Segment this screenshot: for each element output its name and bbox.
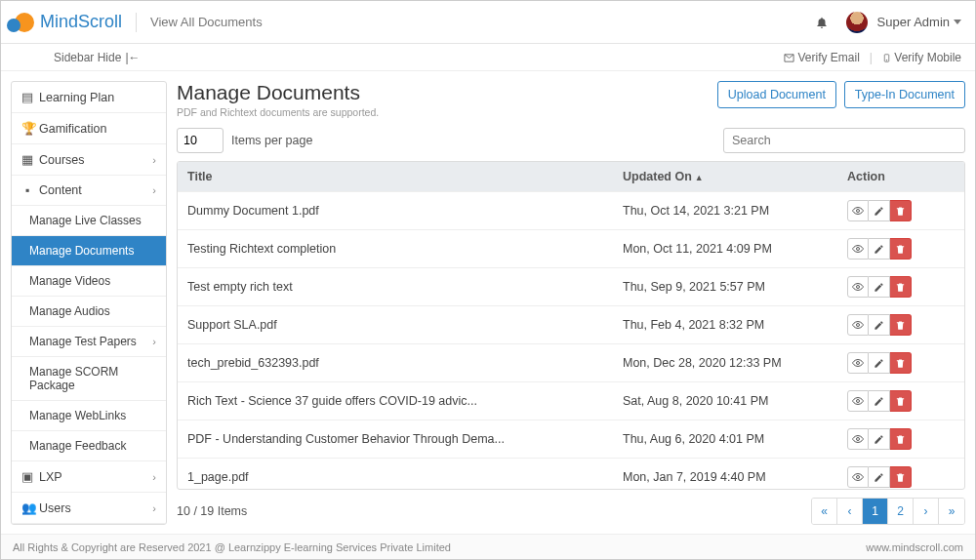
edit-button[interactable] <box>869 390 890 412</box>
footer-link[interactable]: www.mindscroll.com <box>866 541 963 553</box>
col-action: Action <box>837 162 964 191</box>
svg-point-2 <box>857 210 860 213</box>
type-in-document-button[interactable]: Type-In Document <box>844 81 965 108</box>
sidebar-sub-audios[interactable]: Manage Audios <box>12 297 166 327</box>
table-row: PDF - Understanding Customer Behavior Th… <box>178 420 964 458</box>
logo-icon <box>15 13 34 32</box>
avatar <box>846 12 868 33</box>
col-updated[interactable]: Updated On▲ <box>613 162 837 191</box>
view-button[interactable] <box>847 466 869 488</box>
svg-point-4 <box>857 286 860 289</box>
cell-updated: Thu, Aug 6, 2020 4:01 PM <box>613 424 837 454</box>
edit-button[interactable] <box>869 466 890 488</box>
cell-title: Test empty rich text <box>178 272 613 301</box>
lxp-icon: ▣ <box>21 469 33 484</box>
table-row: Test empty rich textThu, Sep 9, 2021 5:5… <box>178 267 964 305</box>
sidebar-item-content[interactable]: ▪Content› <box>12 176 166 206</box>
edit-button[interactable] <box>869 276 890 298</box>
cell-updated: Thu, Feb 4, 2021 8:32 PM <box>613 310 837 340</box>
table-row: Testing Richtext completionMon, Oct 11, … <box>178 229 964 267</box>
svg-point-6 <box>857 362 860 365</box>
page-next[interactable]: › <box>914 499 939 524</box>
chevron-right-icon: › <box>152 184 156 196</box>
divider <box>136 13 137 32</box>
pagination: « ‹ 1 2 › » <box>811 498 965 525</box>
view-button[interactable] <box>847 276 869 298</box>
svg-point-9 <box>857 476 860 479</box>
cell-updated: Sat, Aug 8, 2020 10:41 PM <box>613 386 837 416</box>
sidebar-sub-test-papers[interactable]: Manage Test Papers› <box>12 327 166 357</box>
delete-button[interactable] <box>890 314 912 336</box>
sidebar-item-users[interactable]: 👥Users› <box>12 493 166 524</box>
cell-title: PDF - Understanding Customer Behavior Th… <box>178 424 613 454</box>
user-name: Super Admin <box>877 15 950 29</box>
cell-actions <box>837 192 964 229</box>
search-input[interactable] <box>723 128 965 153</box>
sidebar-sub-weblinks[interactable]: Manage WebLinks <box>12 401 166 431</box>
view-button[interactable] <box>847 428 869 450</box>
page-1[interactable]: 1 <box>863 499 888 524</box>
sidebar-item-courses[interactable]: ▦Courses› <box>12 144 166 176</box>
page-subtitle: PDF and Richtext documents are supported… <box>177 106 379 118</box>
edit-button[interactable] <box>869 314 890 336</box>
verify-mobile-link[interactable]: Verify Mobile <box>882 51 961 64</box>
chevron-right-icon: › <box>152 502 156 514</box>
sidebar-sub-feedback[interactable]: Manage Feedback <box>12 431 166 461</box>
utility-bar: Sidebar Hide |← Verify Email | Verify Mo… <box>1 44 975 71</box>
edit-button[interactable] <box>869 352 890 374</box>
delete-button[interactable] <box>890 238 912 260</box>
cell-updated: Thu, Oct 14, 2021 3:21 PM <box>613 196 837 225</box>
main-content: Manage Documents PDF and Richtext docume… <box>177 81 965 525</box>
view-button[interactable] <box>847 200 869 221</box>
cell-actions <box>837 306 964 343</box>
chevron-right-icon: › <box>152 336 156 347</box>
users-icon: 👥 <box>21 500 33 515</box>
page-last[interactable]: » <box>939 499 964 524</box>
sidebar-item-learning-plan[interactable]: ▤Learning Plan <box>12 82 166 113</box>
svg-point-5 <box>857 324 860 327</box>
sidebar-item-lxp[interactable]: ▣LXP› <box>12 461 166 493</box>
delete-button[interactable] <box>890 276 912 298</box>
sidebar-sub-scorm[interactable]: Manage SCORM Package <box>12 357 166 401</box>
page-first[interactable]: « <box>812 499 837 524</box>
svg-point-7 <box>857 400 860 403</box>
view-button[interactable] <box>847 390 869 412</box>
cell-title: 1_page.pdf <box>178 462 613 490</box>
sidebar-item-gamification[interactable]: 🏆Gamification <box>12 113 166 144</box>
page-prev[interactable]: ‹ <box>837 499 863 524</box>
sidebar-sub-live-classes[interactable]: Manage Live Classes <box>12 206 166 236</box>
sidebar-sub-documents[interactable]: Manage Documents <box>12 236 166 266</box>
grid-icon: ▦ <box>21 152 33 167</box>
chevron-right-icon: › <box>152 471 156 483</box>
user-menu[interactable]: Super Admin <box>846 12 961 33</box>
sidebar-item-analytics[interactable]: 📈Analytics› <box>12 524 166 525</box>
view-button[interactable] <box>847 314 869 336</box>
table-header: Title Updated On▲ Action <box>178 162 964 191</box>
sidebar-hide-toggle[interactable]: Sidebar Hide |← <box>15 51 141 64</box>
cell-title: Dummy Document 1.pdf <box>178 196 613 225</box>
col-title[interactable]: Title <box>178 162 613 191</box>
cell-actions <box>837 344 964 381</box>
view-button[interactable] <box>847 352 869 374</box>
table-row: Support SLA.pdfThu, Feb 4, 2021 8:32 PM <box>178 305 964 343</box>
upload-document-button[interactable]: Upload Document <box>717 81 836 108</box>
page-2[interactable]: 2 <box>888 499 914 524</box>
delete-button[interactable] <box>890 200 912 221</box>
items-per-page-input[interactable] <box>177 128 224 153</box>
view-all-documents-link[interactable]: View All Documents <box>150 15 263 29</box>
cell-updated: Mon, Dec 28, 2020 12:33 PM <box>613 348 837 378</box>
sidebar: ▤Learning Plan 🏆Gamification ▦Courses› ▪… <box>11 81 167 525</box>
delete-button[interactable] <box>890 428 912 450</box>
notifications-icon[interactable] <box>815 16 829 29</box>
edit-button[interactable] <box>869 428 890 450</box>
footer-copyright: All Rights & Copyright are Reserved 2021… <box>13 541 451 553</box>
brand-logo[interactable]: MindScroll <box>15 12 122 32</box>
verify-email-link[interactable]: Verify Email <box>784 51 860 64</box>
sidebar-sub-videos[interactable]: Manage Videos <box>12 266 166 297</box>
edit-button[interactable] <box>869 200 890 221</box>
delete-button[interactable] <box>890 352 912 374</box>
delete-button[interactable] <box>890 390 912 412</box>
delete-button[interactable] <box>890 466 912 488</box>
view-button[interactable] <box>847 238 869 260</box>
edit-button[interactable] <box>869 238 890 260</box>
